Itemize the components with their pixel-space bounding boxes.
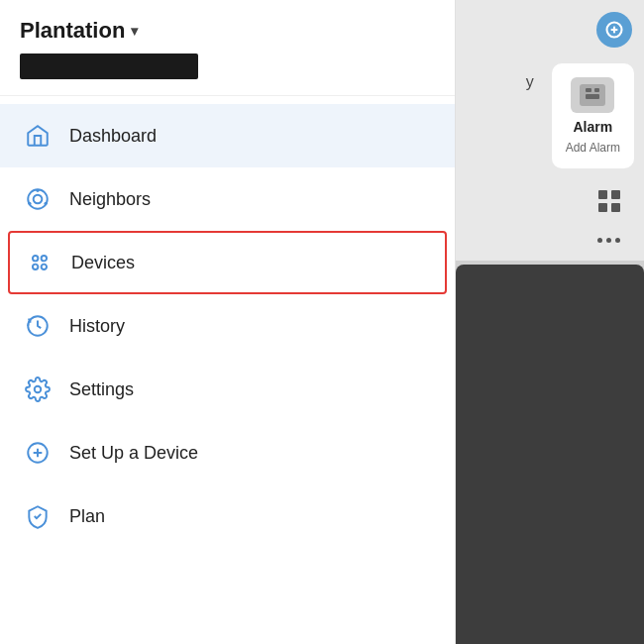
svg-point-10 xyxy=(35,386,42,393)
sidebar: Plantation ▾ Dashboard xyxy=(0,0,456,644)
sidebar-item-dashboard[interactable]: Dashboard xyxy=(0,104,455,167)
right-content-area: y Alarm Add Alarm xyxy=(456,50,644,261)
sidebar-item-label: Set Up a Device xyxy=(69,443,198,464)
svg-rect-18 xyxy=(586,88,591,92)
svg-point-4 xyxy=(28,202,31,205)
sidebar-item-label: Devices xyxy=(71,253,135,273)
right-top-bar xyxy=(456,0,644,50)
neighbors-icon xyxy=(24,185,52,213)
alarm-icon xyxy=(571,77,614,113)
sidebar-item-settings[interactable]: Settings xyxy=(0,358,455,421)
more-options-button[interactable] xyxy=(597,238,620,243)
plantation-title[interactable]: Plantation ▾ xyxy=(20,18,435,44)
main-container: Plantation ▾ Dashboard xyxy=(0,0,644,644)
sidebar-item-label: Settings xyxy=(69,379,134,400)
svg-point-2 xyxy=(36,189,39,192)
sidebar-item-label: History xyxy=(69,316,125,337)
navigation: Dashboard Neighbors xyxy=(0,96,455,644)
history-icon xyxy=(24,312,52,340)
svg-point-3 xyxy=(45,202,48,205)
sidebar-item-plan[interactable]: Plan xyxy=(0,484,455,548)
svg-rect-19 xyxy=(594,88,599,92)
sidebar-item-history[interactable]: History xyxy=(0,294,455,358)
svg-point-5 xyxy=(33,256,38,261)
sidebar-item-devices[interactable]: Devices xyxy=(8,231,447,294)
partial-text: y xyxy=(518,63,542,168)
chevron-down-icon: ▾ xyxy=(131,23,138,39)
add-circle-icon xyxy=(24,439,52,467)
svg-point-6 xyxy=(42,256,47,261)
devices-icon xyxy=(26,249,54,276)
shield-check-icon xyxy=(24,502,52,530)
alarm-card-label: Alarm xyxy=(573,119,612,135)
settings-icon xyxy=(24,376,52,403)
svg-point-7 xyxy=(33,265,38,269)
right-bottom-panel xyxy=(456,265,644,644)
more-options-row xyxy=(466,230,634,251)
redacted-info xyxy=(20,54,198,79)
svg-point-0 xyxy=(28,189,48,209)
svg-point-1 xyxy=(34,195,43,204)
sidebar-item-label: Plan xyxy=(69,506,105,527)
svg-point-8 xyxy=(42,265,47,269)
sidebar-item-label: Dashboard xyxy=(69,126,157,147)
sidebar-item-neighbors[interactable]: Neighbors xyxy=(0,167,455,231)
sidebar-item-setup[interactable]: Set Up a Device xyxy=(0,421,455,484)
grid-view-icon[interactable] xyxy=(598,190,620,212)
home-icon xyxy=(24,122,52,150)
sidebar-item-label: Neighbors xyxy=(69,189,151,210)
grid-icon-row xyxy=(466,182,634,220)
plantation-label: Plantation xyxy=(20,18,125,44)
right-panel: y Alarm Add Alarm xyxy=(456,0,644,644)
svg-rect-20 xyxy=(586,94,599,99)
add-global-button[interactable] xyxy=(596,12,632,48)
sidebar-header: Plantation ▾ xyxy=(0,0,455,96)
alarm-card-sublabel: Add Alarm xyxy=(566,141,620,155)
alarm-card[interactable]: Alarm Add Alarm xyxy=(552,63,634,168)
